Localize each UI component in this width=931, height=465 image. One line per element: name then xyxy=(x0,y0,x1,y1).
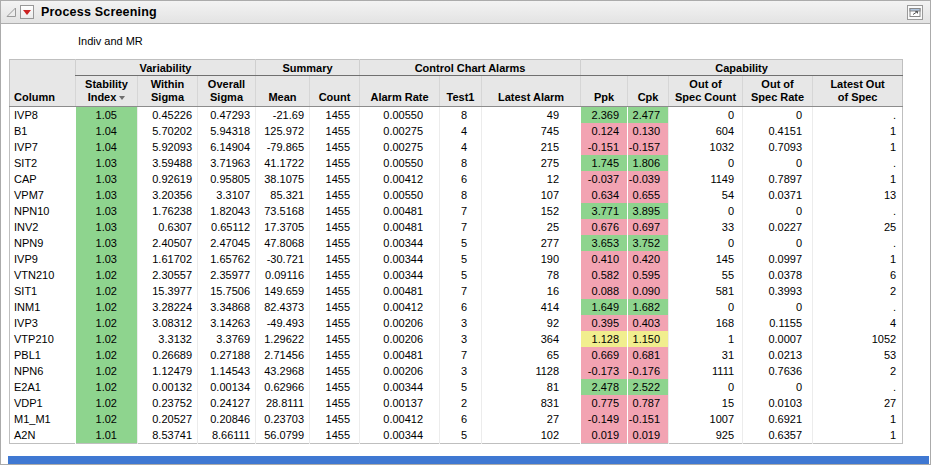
data-cell[interactable]: 145 xyxy=(669,251,743,267)
data-cell[interactable]: 0.00206 xyxy=(360,363,440,379)
data-cell[interactable]: 4 xyxy=(440,139,482,155)
data-cell[interactable]: 0.00344 xyxy=(360,267,440,283)
data-cell[interactable]: 831 xyxy=(482,395,581,411)
row-name-cell[interactable]: NPN10 xyxy=(10,203,76,219)
table-row[interactable]: NPN101.031.762381.8204373.516814550.0048… xyxy=(10,203,903,219)
row-name-cell[interactable]: VTP210 xyxy=(10,331,76,347)
data-cell[interactable]: 5.92093 xyxy=(138,139,198,155)
data-cell[interactable]: 8.53741 xyxy=(138,427,198,444)
data-cell[interactable]: 0.681 xyxy=(628,347,669,363)
data-cell[interactable]: 0.00275 xyxy=(360,139,440,155)
data-cell[interactable]: 6 xyxy=(440,171,482,187)
data-cell[interactable]: 7 xyxy=(440,347,482,363)
data-cell[interactable]: 1111 xyxy=(669,363,743,379)
column-header-latest-out-of-spec[interactable]: Latest Out of Spec xyxy=(813,76,903,107)
data-cell[interactable]: 53 xyxy=(813,347,903,363)
data-cell[interactable]: 0.0103 xyxy=(743,395,813,411)
data-cell[interactable]: 13 xyxy=(813,187,903,203)
data-cell[interactable]: 0.7897 xyxy=(743,171,813,187)
data-cell[interactable]: 0.124 xyxy=(581,123,628,139)
column-header-mean[interactable]: Mean xyxy=(256,76,310,107)
data-cell[interactable]: 2.369 xyxy=(581,107,628,124)
column-header-cpk[interactable]: Cpk xyxy=(628,76,669,107)
data-cell[interactable]: 0.0227 xyxy=(743,219,813,235)
row-name-cell[interactable]: E2A1 xyxy=(10,379,76,395)
data-cell[interactable]: 2.71456 xyxy=(256,347,310,363)
data-cell[interactable]: 1455 xyxy=(310,299,360,315)
data-cell[interactable]: -0.037 xyxy=(581,171,628,187)
data-cell[interactable]: 5 xyxy=(440,251,482,267)
data-cell[interactable]: 1.82043 xyxy=(198,203,256,219)
data-cell[interactable]: 1455 xyxy=(310,155,360,171)
data-cell[interactable]: 1.03 xyxy=(76,251,138,267)
data-cell[interactable]: -0.176 xyxy=(628,363,669,379)
data-cell[interactable]: 1.02 xyxy=(76,379,138,395)
data-cell[interactable]: 1455 xyxy=(310,315,360,331)
data-cell[interactable]: 3 xyxy=(440,315,482,331)
data-cell[interactable]: 1.150 xyxy=(628,331,669,347)
data-cell[interactable]: 0 xyxy=(669,379,743,395)
row-name-cell[interactable]: PBL1 xyxy=(10,347,76,363)
row-name-cell[interactable]: B1 xyxy=(10,123,76,139)
data-cell[interactable]: 0 xyxy=(743,107,813,124)
data-cell[interactable]: 0.676 xyxy=(581,219,628,235)
data-cell[interactable]: 0.775 xyxy=(581,395,628,411)
data-cell[interactable]: 6 xyxy=(440,411,482,427)
row-name-cell[interactable]: M1_M1 xyxy=(10,411,76,427)
table-row[interactable]: IVP81.050.452260.47293-21.6914550.005508… xyxy=(10,107,903,124)
data-cell[interactable]: 1455 xyxy=(310,203,360,219)
data-cell[interactable]: -0.151 xyxy=(628,411,669,427)
data-cell[interactable]: 82.4373 xyxy=(256,299,310,315)
data-cell[interactable]: 2.40507 xyxy=(138,235,198,251)
data-cell[interactable]: 1.61702 xyxy=(138,251,198,267)
data-cell[interactable]: 1.02 xyxy=(76,283,138,299)
data-cell[interactable]: 3.653 xyxy=(581,235,628,251)
data-cell[interactable]: 1.02 xyxy=(76,315,138,331)
data-cell[interactable]: 1.76238 xyxy=(138,203,198,219)
data-cell[interactable]: 25 xyxy=(813,219,903,235)
data-cell[interactable]: 41.1722 xyxy=(256,155,310,171)
data-cell[interactable]: 0.20846 xyxy=(198,411,256,427)
row-name-cell[interactable]: CAP xyxy=(10,171,76,187)
data-cell[interactable]: 0.582 xyxy=(581,267,628,283)
data-cell[interactable]: -79.865 xyxy=(256,139,310,155)
data-cell[interactable]: 1455 xyxy=(310,379,360,395)
data-cell[interactable]: 2 xyxy=(813,283,903,299)
data-cell[interactable]: 0 xyxy=(743,379,813,395)
data-cell[interactable]: 0.23703 xyxy=(256,411,310,427)
table-row[interactable]: PBL11.020.266890.271882.7145614550.00481… xyxy=(10,347,903,363)
data-cell[interactable]: 152 xyxy=(482,203,581,219)
data-cell[interactable]: 1455 xyxy=(310,347,360,363)
data-cell[interactable]: 0.00481 xyxy=(360,219,440,235)
row-name-cell[interactable]: INV2 xyxy=(10,219,76,235)
data-cell[interactable]: 1455 xyxy=(310,187,360,203)
row-name-cell[interactable]: IVP7 xyxy=(10,139,76,155)
data-cell[interactable]: 3.34868 xyxy=(198,299,256,315)
data-cell[interactable]: 0 xyxy=(669,203,743,219)
data-cell[interactable]: 1455 xyxy=(310,235,360,251)
data-cell[interactable]: 0.00481 xyxy=(360,203,440,219)
data-cell[interactable]: 0.655 xyxy=(628,187,669,203)
data-cell[interactable]: 27 xyxy=(482,411,581,427)
data-cell[interactable]: 0.090 xyxy=(628,283,669,299)
data-cell[interactable]: 0.00412 xyxy=(360,171,440,187)
data-cell[interactable]: 0.00134 xyxy=(198,379,256,395)
data-cell[interactable]: 0.088 xyxy=(581,283,628,299)
data-cell[interactable]: 0.395 xyxy=(581,315,628,331)
data-cell[interactable]: 1455 xyxy=(310,107,360,124)
row-name-cell[interactable]: A2N xyxy=(10,427,76,444)
data-cell[interactable]: 1.14543 xyxy=(198,363,256,379)
data-cell[interactable]: . xyxy=(813,107,903,124)
data-cell[interactable]: 604 xyxy=(669,123,743,139)
data-cell[interactable]: 1.02 xyxy=(76,331,138,347)
data-cell[interactable]: 15.3977 xyxy=(138,283,198,299)
column-header-count[interactable]: Count xyxy=(310,76,360,107)
data-cell[interactable]: 0.787 xyxy=(628,395,669,411)
data-cell[interactable]: -0.151 xyxy=(581,139,628,155)
column-header-latest-alarm[interactable]: Latest Alarm xyxy=(482,76,581,107)
data-cell[interactable]: 364 xyxy=(482,331,581,347)
row-name-cell[interactable]: INM1 xyxy=(10,299,76,315)
data-cell[interactable]: 1.12479 xyxy=(138,363,198,379)
row-name-cell[interactable]: IVP3 xyxy=(10,315,76,331)
data-cell[interactable]: 0.20527 xyxy=(138,411,198,427)
